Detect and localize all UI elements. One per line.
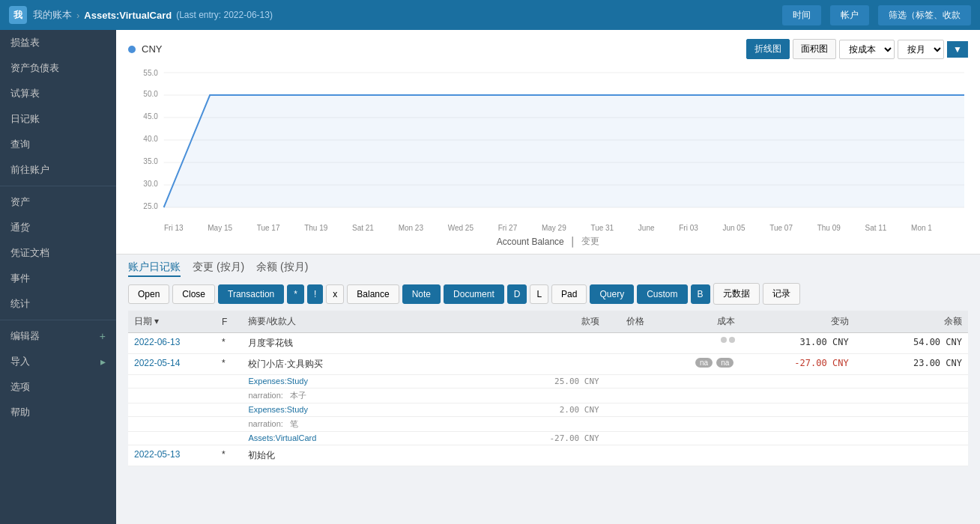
b-button[interactable]: B bbox=[691, 284, 710, 304]
sidebar-item-documents[interactable]: 凭证文档 bbox=[0, 240, 116, 266]
table-subrow: narration: 本子 bbox=[128, 389, 968, 403]
svg-text:30.0: 30.0 bbox=[143, 180, 158, 188]
svg-text:55.0: 55.0 bbox=[143, 69, 158, 77]
tab-balance[interactable]: 余额 (按月) bbox=[256, 261, 308, 277]
expand-button[interactable]: ▼ bbox=[947, 41, 968, 58]
cost-select[interactable]: 按成本 bbox=[839, 40, 895, 59]
query-button[interactable]: Query bbox=[590, 284, 634, 304]
row-price bbox=[605, 445, 651, 466]
sidebar-item-editor[interactable]: 编辑器 + bbox=[0, 323, 116, 349]
star-button[interactable]: * bbox=[287, 284, 304, 304]
svg-text:25.0: 25.0 bbox=[143, 202, 158, 210]
close-button[interactable]: Close bbox=[172, 284, 215, 304]
log-button[interactable]: 记录 bbox=[763, 283, 800, 305]
app-header: 我 我的账本 › Assets:VirtualCard (Last entry:… bbox=[0, 0, 980, 30]
sidebar-item-journal[interactable]: 日记账 bbox=[0, 106, 116, 132]
legend-currency: CNY bbox=[142, 43, 162, 55]
area-chart-button[interactable]: 面积图 bbox=[793, 39, 836, 59]
na-badge: na bbox=[695, 358, 713, 368]
pad-button[interactable]: Pad bbox=[551, 284, 587, 304]
time-button[interactable]: 时间 bbox=[782, 5, 821, 25]
ledger-tabs: 账户日记账 变更 (按月) 余额 (按月) bbox=[128, 261, 968, 277]
chart-area: 55.0 50.0 45.0 40.0 35.0 30.0 25.0 bbox=[128, 65, 968, 222]
dot-icon bbox=[729, 337, 735, 343]
account-button[interactable]: 帐户 bbox=[830, 5, 869, 25]
entry-meta: (Last entry: 2022-06-13) bbox=[176, 10, 273, 20]
l-button[interactable]: L bbox=[530, 284, 548, 304]
tab-changes[interactable]: 变更 (按月) bbox=[193, 261, 244, 277]
main-content: CNY 折线图 面积图 按成本 按月 ▼ 55 bbox=[116, 30, 980, 524]
row-flag: * bbox=[216, 354, 242, 375]
row-balance bbox=[855, 445, 968, 466]
tab-journal[interactable]: 账户日记账 bbox=[128, 261, 181, 277]
col-flag: F bbox=[216, 311, 242, 333]
row-date[interactable]: 2022-05-14 bbox=[128, 354, 216, 375]
col-date[interactable]: 日期 ▾ bbox=[128, 311, 216, 333]
table-row: 2022-05-13 * 初始化 bbox=[128, 445, 968, 466]
d-button[interactable]: D bbox=[507, 284, 527, 304]
custom-button[interactable]: Custom bbox=[637, 284, 687, 304]
chart-footer-label: Account Balance bbox=[497, 237, 564, 247]
table-row: 2022-05-14 * 校门小店·文具购买 na na -27.00 CNY bbox=[128, 354, 968, 375]
sidebar-item-goto[interactable]: 前往账户 bbox=[0, 157, 116, 183]
legend-dot bbox=[128, 46, 136, 53]
sidebar-item-query[interactable]: 查询 bbox=[0, 132, 116, 157]
sidebar-divider-1 bbox=[0, 186, 116, 186]
table-row: 2022-06-13 * 月度零花钱 31.00 CNY 54.00 C bbox=[128, 333, 968, 354]
sidebar-item-assets[interactable]: 资产 bbox=[0, 189, 116, 215]
sidebar-item-currency[interactable]: 通货 bbox=[0, 215, 116, 240]
x-button[interactable]: x bbox=[326, 284, 344, 304]
table-subrow: Assets:VirtualCard -27.00 CNY bbox=[128, 432, 968, 445]
balance-chart: 55.0 50.0 45.0 40.0 35.0 30.0 25.0 bbox=[128, 65, 968, 222]
row-summary: 初始化 bbox=[242, 445, 469, 466]
row-items bbox=[469, 354, 605, 375]
row-date[interactable]: 2022-05-13 bbox=[128, 445, 216, 466]
breadcrumb: 我的账本 › Assets:VirtualCard (Last entry: 2… bbox=[33, 8, 273, 22]
app-logo: 我 bbox=[9, 6, 27, 24]
row-flag: * bbox=[216, 445, 242, 466]
sidebar-item-pnl[interactable]: 损益表 bbox=[0, 30, 116, 55]
chart-footer-link[interactable]: 变更 bbox=[581, 235, 599, 248]
chart-container: CNY 折线图 面积图 按成本 按月 ▼ 55 bbox=[116, 30, 980, 255]
col-items: 款项 bbox=[469, 311, 605, 333]
sidebar-divider-2 bbox=[0, 320, 116, 320]
balance-button[interactable]: Balance bbox=[347, 284, 399, 304]
row-summary: 校门小店·文具购买 bbox=[242, 354, 469, 375]
sidebar-item-stats[interactable]: 统计 bbox=[0, 291, 116, 317]
note-button[interactable]: Note bbox=[402, 284, 441, 304]
sidebar-item-import[interactable]: 导入 ▸ bbox=[0, 349, 116, 374]
sidebar-item-balance-sheet[interactable]: 资产负债表 bbox=[0, 55, 116, 81]
current-page: Assets:VirtualCard bbox=[84, 10, 172, 21]
document-button[interactable]: Document bbox=[444, 284, 504, 304]
filter-button[interactable]: 筛选（标签、收款 bbox=[878, 5, 971, 25]
row-price bbox=[605, 354, 651, 375]
meta-button[interactable]: 元数据 bbox=[713, 283, 760, 305]
svg-text:50.0: 50.0 bbox=[143, 90, 158, 98]
table-subrow: narration: 笔 bbox=[128, 417, 968, 432]
exclaim-button[interactable]: ! bbox=[307, 284, 323, 304]
row-change: 31.00 CNY bbox=[741, 333, 854, 354]
row-items bbox=[469, 333, 605, 354]
period-select[interactable]: 按月 bbox=[898, 40, 944, 59]
row-cost bbox=[650, 333, 741, 354]
open-button[interactable]: Open bbox=[128, 284, 169, 304]
row-cost bbox=[650, 445, 741, 466]
sidebar-item-help[interactable]: 帮助 bbox=[0, 400, 116, 425]
svg-marker-14 bbox=[164, 95, 964, 207]
transaction-button[interactable]: Transaction bbox=[218, 284, 284, 304]
col-change: 变动 bbox=[741, 311, 854, 333]
chart-x-labels: Fri 13 May 15 Tue 17 Thu 19 Sat 21 Mon 2… bbox=[128, 222, 968, 232]
row-balance: 54.00 CNY bbox=[855, 333, 968, 354]
sidebar-item-options[interactable]: 选项 bbox=[0, 374, 116, 400]
row-change bbox=[741, 445, 854, 466]
sidebar-item-events[interactable]: 事件 bbox=[0, 266, 116, 291]
row-balance: 23.00 CNY bbox=[855, 354, 968, 375]
line-chart-button[interactable]: 折线图 bbox=[746, 39, 790, 59]
row-date[interactable]: 2022-06-13 bbox=[128, 333, 216, 354]
svg-text:35.0: 35.0 bbox=[143, 157, 158, 165]
sidebar-item-trial[interactable]: 试算表 bbox=[0, 81, 116, 106]
svg-text:40.0: 40.0 bbox=[143, 135, 158, 143]
row-change: -27.00 CNY bbox=[741, 354, 854, 375]
home-link[interactable]: 我的账本 bbox=[33, 8, 72, 22]
dot-icon bbox=[721, 337, 727, 343]
